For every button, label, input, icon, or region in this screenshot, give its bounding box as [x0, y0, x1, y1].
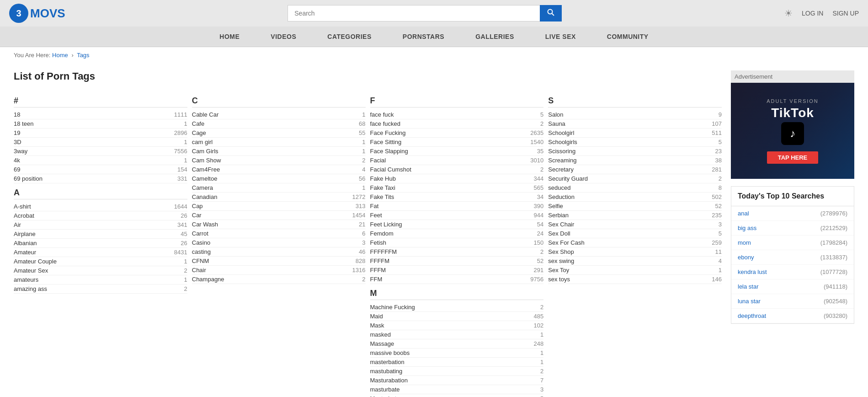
search-item: big ass(2212529) — [731, 221, 854, 236]
tag-row: seduced8 — [548, 183, 722, 193]
tag-column-3: F face fuck5 face fucked2 Face Fucking26… — [370, 91, 544, 397]
search-term[interactable]: anal — [738, 210, 749, 217]
tag-row: Car1454 — [192, 211, 366, 220]
tag-row: Amateur8431 — [14, 248, 187, 257]
search-item: kendra lust(1077728) — [731, 265, 854, 279]
tag-row: FFFFM52 — [370, 257, 544, 266]
logo-circle: 3 — [9, 4, 28, 23]
search-term[interactable]: luna star — [738, 298, 761, 305]
search-item: anal(2789976) — [731, 206, 854, 221]
tag-row: 3way7556 — [14, 147, 187, 156]
search-count: (902548) — [824, 298, 847, 305]
tag-row: Cafe68 — [192, 119, 366, 129]
tag-row: Fake Hub344 — [370, 174, 544, 183]
tag-row: Casino3 — [192, 238, 366, 247]
tag-row: Facial3010 — [370, 156, 544, 165]
tag-row: CFNM828 — [192, 257, 366, 266]
ad-image[interactable]: ADULT VERSION TikTok ♪ TAP HERE — [731, 83, 854, 179]
search-term[interactable]: deepthroat — [738, 312, 766, 319]
section-c: C — [192, 96, 366, 107]
nav-categories[interactable]: CATEGORIES — [325, 27, 373, 47]
top-searches-title: Today's Top 10 Searches — [731, 187, 854, 206]
tag-row: Carrot6 — [192, 229, 366, 238]
tag-row: 192896 — [14, 129, 187, 138]
tag-row: face fucked2 — [370, 119, 544, 129]
search-term[interactable]: big ass — [738, 225, 756, 231]
tag-row: Cap313 — [192, 202, 366, 211]
search-count: (941118) — [824, 283, 847, 290]
tag-row: FFFFFFM2 — [370, 247, 544, 257]
tiktok-logo: ♪ — [781, 122, 804, 145]
nav-videos[interactable]: VIDEOS — [269, 27, 298, 47]
tag-row: Albanian26 — [14, 239, 187, 248]
advertisement-box: Advertisement ADULT VERSION TikTok ♪ TAP… — [731, 70, 854, 179]
tag-row: 3D1 — [14, 138, 187, 147]
tag-row: masterbation1 — [370, 358, 544, 367]
signup-button[interactable]: SIGN UP — [832, 10, 859, 17]
search-count: (1313837) — [820, 254, 847, 261]
tag-row: Fake Taxi565 — [370, 183, 544, 193]
tag-row: Maid485 — [370, 312, 544, 321]
breadcrumb-current[interactable]: Tags — [77, 52, 89, 59]
tag-row: Sex Doll5 — [548, 229, 722, 238]
tag-row: Chair1316 — [192, 266, 366, 275]
nav-community[interactable]: COMMUNITY — [605, 27, 650, 47]
nav-galleries[interactable]: GALLERIES — [474, 27, 516, 47]
tag-row: Scissoring23 — [548, 147, 722, 156]
tag-row: Face Slapping35 — [370, 147, 544, 156]
tag-row: Fat390 — [370, 202, 544, 211]
tag-row: Masturabation7 — [370, 376, 544, 385]
tag-row: Femdom24 — [370, 229, 544, 238]
search-button[interactable] — [540, 5, 562, 21]
search-icon — [547, 9, 554, 16]
search-item: mom(1798284) — [731, 236, 854, 250]
tag-row: Airplane45 — [14, 230, 187, 239]
breadcrumb-home[interactable]: Home — [52, 52, 68, 59]
tag-row: massive boobs1 — [370, 349, 544, 358]
tag-row: Masturbates5 — [370, 394, 544, 397]
tag-row: Face Fucking2635 — [370, 129, 544, 138]
search-term[interactable]: kendra lust — [738, 268, 767, 275]
tag-row: Air341 — [14, 220, 187, 230]
search-item: deepthroat(903280) — [731, 309, 854, 323]
search-count: (2789976) — [820, 210, 847, 217]
tag-row: Fetish150 — [370, 238, 544, 247]
tag-row: Schoolgirls5 — [548, 138, 722, 147]
section-f: F — [370, 96, 544, 107]
tag-row: amazing ass2 — [14, 284, 187, 294]
search-term[interactable]: mom — [738, 239, 751, 246]
tag-row: Cameltoe56 — [192, 174, 366, 183]
tag-row: Cam Girls1 — [192, 147, 366, 156]
tag-row: Sex Toy1 — [548, 266, 722, 275]
search-term[interactable]: ebony — [738, 254, 754, 261]
search-count: (1798284) — [820, 239, 847, 246]
tag-row: sex toys146 — [548, 275, 722, 284]
nav-home[interactable]: HOME — [218, 27, 241, 47]
tag-row: FFFM291 — [370, 266, 544, 275]
tag-column-1: # 181111 18 teen1 192896 3D1 3way7556 4k… — [14, 91, 187, 397]
logo[interactable]: 3 MOVS — [9, 4, 65, 23]
search-term[interactable]: lela star — [738, 283, 759, 290]
section-m: M — [370, 289, 544, 300]
theme-toggle-icon[interactable]: ☀ — [784, 8, 793, 19]
search-bar — [288, 5, 562, 21]
login-button[interactable]: LOG IN — [802, 10, 823, 17]
tag-row: Fake Tits34 — [370, 193, 544, 202]
nav-livesex[interactable]: LIVE SEX — [543, 27, 578, 47]
section-s: S — [548, 96, 722, 107]
tag-row: Car Wash21 — [192, 220, 366, 229]
tag-row: Selfie52 — [548, 202, 722, 211]
tag-row: Facial Cumshot2 — [370, 165, 544, 174]
breadcrumb-sep: › — [71, 52, 73, 59]
ad-tap-button[interactable]: TAP HERE — [767, 151, 819, 164]
header: 3 MOVS ☀ LOG IN SIGN UP — [0, 0, 868, 27]
tag-row: Cam4Free4 — [192, 165, 366, 174]
tag-row: Amateur Couple1 — [14, 257, 187, 266]
tag-row: Machine Fucking2 — [370, 303, 544, 312]
tag-row: Cage55 — [192, 129, 366, 138]
tag-row: Acrobat26 — [14, 211, 187, 220]
search-input[interactable] — [288, 5, 540, 21]
tag-row: 69 position331 — [14, 174, 187, 183]
nav-pornstars[interactable]: PORNSTARS — [401, 27, 446, 47]
tag-row: face fuck5 — [370, 110, 544, 119]
